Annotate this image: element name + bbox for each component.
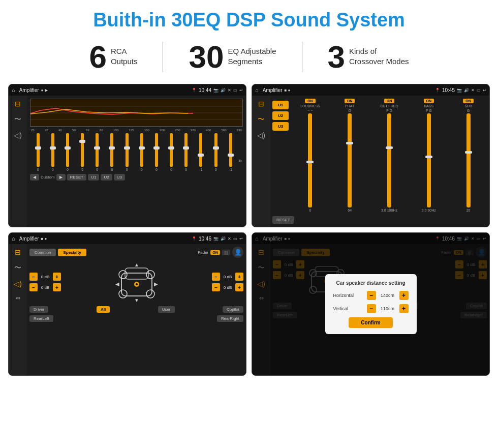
left-rear-db: 0 dB [39, 285, 51, 290]
eq-icon-2[interactable]: ⊟ [258, 100, 264, 108]
vertical-plus-btn[interactable]: + [399, 304, 409, 313]
home-icon-2[interactable]: ⌂ [255, 87, 259, 93]
reset-btn-eq[interactable]: RESET [67, 174, 87, 181]
bass-on-btn[interactable]: ON [424, 99, 434, 103]
driver-btn[interactable]: Driver [29, 306, 48, 313]
eq-icon-3[interactable]: ⊟ [15, 248, 21, 256]
common-tab[interactable]: Common [29, 249, 56, 256]
u2-btn-eq[interactable]: U2 [101, 174, 112, 181]
u3-btn-eq[interactable]: U3 [114, 174, 125, 181]
right-rear-minus[interactable]: − [212, 283, 220, 291]
sub-slider[interactable] [466, 113, 471, 207]
wave-icon-1[interactable]: 〜 [14, 115, 21, 124]
sub-on-btn[interactable]: ON [463, 99, 474, 103]
rearleft-btn[interactable]: RearLeft [29, 315, 53, 322]
eq-slider-8[interactable]: 0 [135, 133, 148, 171]
screen3-time: 10:46 [199, 236, 211, 242]
preset-label: Custom [41, 175, 55, 180]
copilot-btn[interactable]: Copilot [223, 306, 243, 313]
avatar-icon[interactable]: 👤 [232, 247, 243, 258]
channel-icon-3[interactable]: ⇔ [16, 295, 20, 302]
eq-slider-11[interactable]: 0 [179, 133, 193, 171]
eq-slider-6[interactable]: 0 [105, 133, 119, 171]
screen2-time: 10:45 [442, 87, 455, 93]
back-icon-2[interactable]: ↩ [483, 88, 486, 93]
eq-slider-9[interactable]: 0 [149, 133, 163, 171]
screen1-main: 25 32 40 50 63 80 100 125 160 200 250 32… [27, 96, 246, 227]
eq-slider-2[interactable]: 0 [46, 133, 59, 171]
eq-slider-13[interactable]: 0 [209, 133, 223, 171]
svg-text:▼: ▼ [134, 297, 139, 303]
screen2-sidebar: ⊟ 〜 ◁) [252, 96, 270, 227]
fader-slider[interactable]: ||| [222, 250, 230, 255]
right-rear-db: 0 dB [222, 285, 234, 290]
dots-3: ■ ● [41, 236, 47, 241]
specialty-tab[interactable]: Specialty [58, 249, 86, 256]
speaker-icon-1[interactable]: ◁) [14, 131, 22, 139]
screen2-main: U1 U2 U3 ON LOUDNESS ~~ [270, 96, 489, 227]
phat-slider[interactable] [348, 113, 352, 207]
cutfreq-on-btn[interactable]: ON [384, 99, 395, 103]
screen3-main: Common Specialty Fader ON ||| 👤 − [27, 244, 246, 375]
back-icon-3[interactable]: ↩ [239, 236, 243, 241]
eq-slider-3[interactable]: 0 [60, 133, 74, 171]
eq-slider-5[interactable]: 0 [90, 133, 104, 171]
u1-btn-eq[interactable]: U1 [88, 174, 99, 181]
vertical-minus-btn[interactable]: − [367, 304, 376, 313]
eq-slider-1[interactable]: 0 [31, 133, 45, 171]
screen-crossover: ⌂ Amplifier ■ ● 📍 10:45 📷 🔊 ✕ ▭ ↩ ⊟ 〜 ◁) [252, 84, 490, 227]
confirm-button[interactable]: Confirm [349, 317, 392, 328]
fader-on-badge: ON [210, 250, 220, 255]
eq-slider-10[interactable]: 0 [165, 133, 178, 171]
all-btn[interactable]: All [97, 306, 110, 313]
user-btn[interactable]: User [158, 306, 175, 313]
screen2-title: Amplifier [263, 87, 283, 93]
eq-slider-7[interactable]: 0 [120, 133, 134, 171]
horizontal-plus-btn[interactable]: + [399, 291, 409, 300]
phat-on-btn[interactable]: ON [345, 99, 355, 103]
right-rear-plus[interactable]: + [235, 283, 243, 291]
eq-icon-1[interactable]: ⊟ [15, 100, 21, 108]
loudness-on-btn[interactable]: ON [305, 99, 316, 103]
page-wrapper: Buith-in 30EQ DSP Sound System 6 RCA Out… [0, 0, 498, 380]
eq-slider-12[interactable]: -1 [194, 133, 208, 171]
left-rear-plus[interactable]: + [53, 283, 61, 291]
eq-slider-4[interactable]: 5 [76, 133, 89, 171]
eq-curve-svg [30, 99, 242, 126]
left-rear-minus[interactable]: − [29, 283, 38, 291]
eq-slider-14[interactable]: -1 [224, 133, 237, 171]
u3-preset[interactable]: U3 [272, 122, 289, 131]
channel-loudness: ON LOUDNESS ~~ 0 [291, 99, 329, 212]
status-bar-2: ⌂ Amplifier ■ ● 📍 10:45 📷 🔊 ✕ ▭ ↩ [252, 84, 489, 96]
page-title: Buith-in 30EQ DSP Sound System [0, 0, 498, 36]
home-icon-3[interactable]: ⌂ [12, 235, 15, 242]
left-front-plus[interactable]: + [53, 273, 61, 281]
phat-label: PHAT [345, 104, 354, 108]
right-front-plus[interactable]: + [235, 273, 243, 281]
prev-preset-btn[interactable]: ◀ [30, 174, 39, 181]
bass-slider[interactable] [427, 113, 431, 207]
right-front-minus[interactable]: − [212, 273, 220, 281]
u2-preset[interactable]: U2 [272, 111, 289, 120]
cutfreq-slider[interactable] [387, 113, 391, 207]
svg-text:▲: ▲ [134, 262, 139, 267]
loudness-slider[interactable] [308, 113, 312, 207]
wave-icon-2[interactable]: 〜 [258, 115, 265, 124]
home-icon-1[interactable]: ⌂ [12, 87, 15, 93]
back-icon-1[interactable]: ↩ [239, 88, 243, 93]
left-front-minus[interactable]: − [29, 273, 38, 281]
speaker-icon-3[interactable]: ◁) [14, 280, 22, 288]
u1-preset[interactable]: U1 [272, 101, 289, 109]
more-icon[interactable]: » [238, 157, 242, 171]
horizontal-minus-btn[interactable]: − [367, 291, 376, 300]
eq-freq-labels: 25 32 40 50 63 80 100 125 160 200 250 32… [30, 129, 243, 132]
rearright-btn[interactable]: RearRight [217, 315, 243, 322]
wave-icon-3[interactable]: 〜 [14, 263, 21, 273]
crossover-reset-btn[interactable]: RESET [272, 216, 294, 224]
crossover-presets: U1 U2 U3 [272, 99, 289, 212]
screen1-time: 10:44 [199, 87, 211, 93]
next-preset-btn[interactable]: ▶ [56, 174, 66, 181]
speaker-icon-2[interactable]: ◁) [257, 131, 265, 139]
channel-phat: ON PHAT G 64 [331, 99, 369, 212]
rect-icon-3: ▭ [233, 236, 237, 241]
